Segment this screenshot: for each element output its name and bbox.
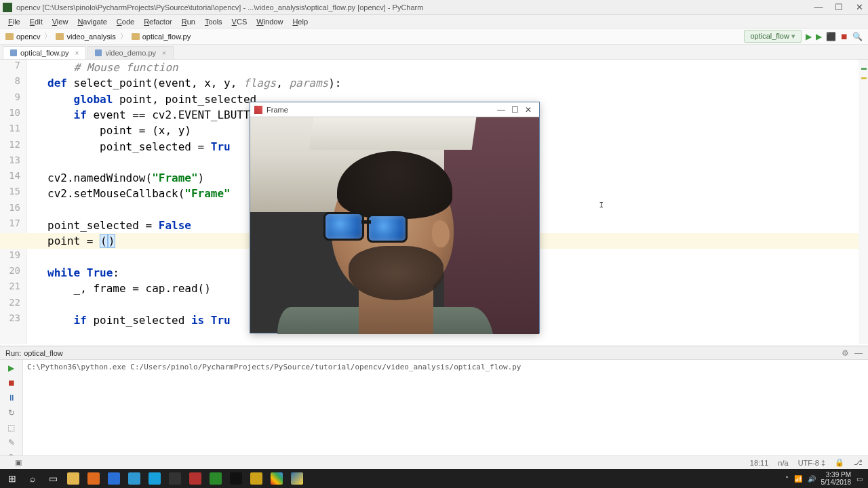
console-output[interactable]: C:\Python36\python.exe C:/Users/pinolo/P… xyxy=(27,363,863,371)
taskbar-app-red[interactable] xyxy=(186,470,205,487)
crumb-0[interactable]: opencv xyxy=(16,33,40,41)
run-alt-icon[interactable]: ▶ xyxy=(816,32,822,41)
editor-tabs: optical_flow.py×video_demo.py× xyxy=(0,45,868,60)
frame-minimize-button[interactable]: — xyxy=(494,105,508,115)
menu-vcs[interactable]: VCS xyxy=(228,16,252,27)
crumb-1[interactable]: video_analysis xyxy=(66,33,115,41)
status-square-icon[interactable]: ▣ xyxy=(15,458,22,467)
opencv-frame-window[interactable]: Frame — ☐ ✕ xyxy=(250,102,540,333)
volume-icon[interactable]: 🔊 xyxy=(808,475,816,483)
frame-maximize-button[interactable]: ☐ xyxy=(508,105,521,115)
taskbar-start[interactable]: ⊞ xyxy=(3,470,22,487)
menu-view[interactable]: View xyxy=(48,16,73,27)
taskbar-terminal[interactable] xyxy=(226,470,245,487)
taskbar-obs[interactable] xyxy=(165,470,184,487)
run-side-icon-3[interactable]: ↻ xyxy=(6,407,17,418)
menu-navigate[interactable]: Navigate xyxy=(73,16,111,27)
taskbar-search[interactable]: ⌕ xyxy=(23,470,42,487)
taskbar-edge[interactable] xyxy=(104,470,123,487)
crumb-2[interactable]: optical_flow.py xyxy=(142,33,191,41)
system-tray: ˄ 📶 🔊 3:39 PM 5/14/2018 ▭ xyxy=(785,471,866,486)
line-number: 9 xyxy=(0,92,27,102)
taskbar-app-y[interactable] xyxy=(247,470,266,487)
git-icon[interactable]: ⎇ xyxy=(854,458,863,467)
code-line-8[interactable]: def select_point(event, x, y, flags, par… xyxy=(27,75,856,91)
hide-icon[interactable]: — xyxy=(854,348,863,358)
frame-window-header[interactable]: Frame — ☐ ✕ xyxy=(250,102,539,117)
run-side-icon-4[interactable]: ⬚ xyxy=(6,422,17,433)
clock[interactable]: 3:39 PM 5/14/2018 xyxy=(821,471,852,486)
frame-window-body xyxy=(250,117,539,334)
taskbar-python[interactable] xyxy=(288,470,307,487)
app-icon xyxy=(3,3,12,12)
taskbar-chrome[interactable] xyxy=(267,470,286,487)
run-side-icon-2[interactable]: ⏸ xyxy=(6,392,17,403)
lock-icon[interactable]: 🔒 xyxy=(835,458,844,467)
tray-chevron-icon[interactable]: ˄ xyxy=(785,475,789,483)
menu-file[interactable]: File xyxy=(4,16,24,27)
taskbar-pycharm[interactable] xyxy=(206,470,225,487)
run-config-selector[interactable]: optical_flow ▾ xyxy=(744,30,802,43)
menu-window[interactable]: Window xyxy=(252,16,287,27)
breadcrumb[interactable]: opencv〉video_analysis〉optical_flow.py xyxy=(5,31,191,41)
tab-video_demo-py[interactable]: video_demo.py× xyxy=(87,46,173,59)
encoding[interactable]: UTF-8 ‡ xyxy=(798,459,825,467)
menu-edit[interactable]: Edit xyxy=(26,16,47,27)
line-number: 15 xyxy=(0,186,27,197)
line-number: 8 xyxy=(0,75,27,86)
clock-time: 3:39 PM xyxy=(821,471,852,479)
taskbar-firefox[interactable] xyxy=(84,470,103,487)
line-number: 19 xyxy=(0,249,27,260)
run-side-icon-0[interactable]: ▶ xyxy=(6,363,17,373)
run-label: Run: xyxy=(5,349,21,357)
status-sep: n/a xyxy=(778,459,788,467)
line-number: 12 xyxy=(0,139,27,150)
code-line-7[interactable]: # Mouse function xyxy=(27,60,856,75)
tab-close-icon[interactable]: × xyxy=(75,49,79,57)
run-tool-window: Run: optical_flow ⚙ — ▶⏹⏸↻⬚✎🗑 C:\Python3… xyxy=(0,346,868,461)
menu-help[interactable]: Help xyxy=(288,16,312,27)
caret-position: 18:11 xyxy=(750,459,769,467)
network-icon[interactable]: 📶 xyxy=(794,475,802,483)
menu-code[interactable]: Code xyxy=(113,16,138,27)
line-number: 7 xyxy=(0,60,27,70)
menu-tools[interactable]: Tools xyxy=(201,16,226,27)
line-number: 20 xyxy=(0,265,27,276)
line-number: 22 xyxy=(0,297,27,308)
run-config-label: optical_flow xyxy=(750,32,789,40)
taskbar-store[interactable] xyxy=(125,470,144,487)
maximize-button[interactable]: ☐ xyxy=(833,2,845,12)
taskbar-explorer[interactable] xyxy=(64,470,83,487)
minimize-button[interactable]: — xyxy=(812,2,825,12)
menu-run[interactable]: Run xyxy=(178,16,199,27)
settings-icon[interactable]: ⚙ xyxy=(842,348,849,358)
run-side-icon-5[interactable]: ✎ xyxy=(6,437,17,448)
debug-icon[interactable]: ⬛ xyxy=(826,32,836,41)
line-number: 14 xyxy=(0,170,27,181)
search-icon[interactable]: 🔍 xyxy=(852,32,863,41)
opencv-icon xyxy=(254,106,262,114)
text-caret: I xyxy=(599,201,604,209)
tab-close-icon[interactable]: × xyxy=(162,49,166,57)
run-panel-header: Run: optical_flow ⚙ — xyxy=(0,346,868,360)
line-number: 21 xyxy=(0,281,27,291)
line-number: 16 xyxy=(0,202,27,213)
status-bar: ▣ 18:11 n/a UTF-8 ‡ 🔒 ⎇ xyxy=(0,455,868,469)
breadcrumb-row: opencv〉video_analysis〉optical_flow.py op… xyxy=(0,28,868,45)
notifications-icon[interactable]: ▭ xyxy=(856,475,863,483)
tab-optical_flow-py[interactable]: optical_flow.py× xyxy=(3,46,86,59)
close-button[interactable]: ✕ xyxy=(853,2,865,12)
run-button-icon[interactable]: ▶ xyxy=(806,32,812,41)
line-number: 13 xyxy=(0,155,27,165)
run-side-icon-1[interactable]: ⏹ xyxy=(6,378,17,388)
line-number: 23 xyxy=(0,312,27,323)
run-config-name: optical_flow xyxy=(24,349,62,357)
stop-icon[interactable]: ⏹ xyxy=(840,32,848,41)
menu-refactor[interactable]: Refactor xyxy=(140,16,176,27)
taskbar-skype[interactable] xyxy=(145,470,164,487)
menubar: FileEditViewNavigateCodeRefactorRunTools… xyxy=(0,15,868,28)
frame-window-title: Frame xyxy=(267,106,494,114)
frame-close-button[interactable]: ✕ xyxy=(521,105,535,115)
titlebar: opencv [C:\Users\pinolo\PycharmProjects\… xyxy=(0,0,868,15)
taskbar-taskview[interactable]: ▭ xyxy=(43,470,62,487)
